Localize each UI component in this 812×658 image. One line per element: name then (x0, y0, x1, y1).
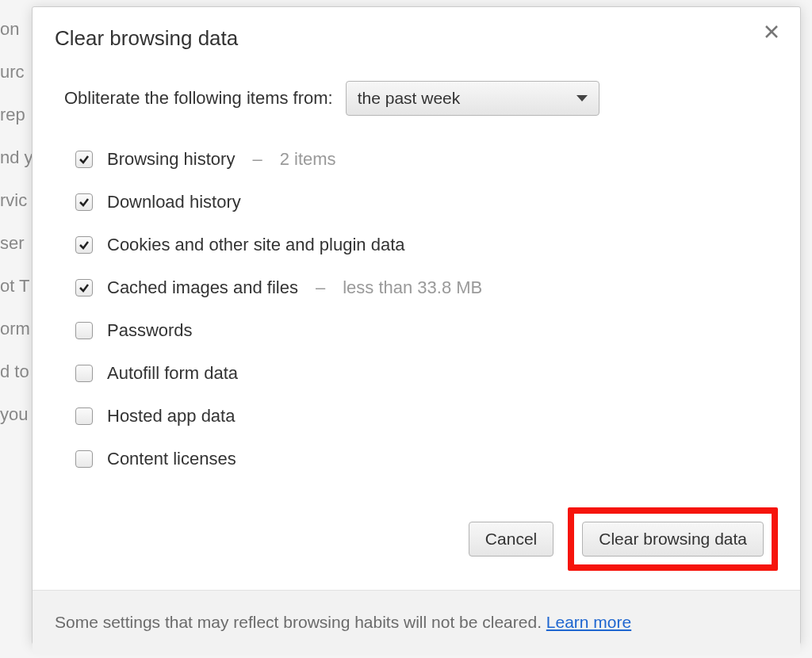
checkbox[interactable] (75, 450, 93, 468)
separator: – (312, 277, 328, 298)
dialog-body: Obliterate the following items from: the… (33, 51, 800, 488)
data-type-row: Cached images and files–less than 33.8 M… (75, 266, 778, 309)
data-type-label: Cached images and files (107, 277, 298, 298)
data-type-row: Content licenses (75, 438, 778, 480)
data-type-label: Browsing history (107, 149, 235, 170)
dialog-header: Clear browsing data (33, 7, 800, 51)
data-type-list: Browsing history–2 itemsDownload history… (75, 138, 778, 480)
data-type-row: Cookies and other site and plugin data (75, 224, 778, 266)
data-type-label: Autofill form data (107, 363, 238, 384)
clear-browsing-data-dialog: Clear browsing data Obliterate the follo… (32, 6, 801, 645)
footer-note: Some settings that may reflect browsing … (55, 613, 546, 631)
dialog-title: Clear browsing data (55, 26, 778, 51)
checkbox[interactable] (75, 365, 93, 382)
time-range-row: Obliterate the following items from: the… (64, 81, 778, 116)
data-type-detail: less than 33.8 MB (343, 277, 482, 298)
data-type-row: Passwords (75, 309, 778, 352)
time-range-dropdown[interactable]: the past week (346, 81, 599, 116)
background-partial-text: onurcrepnd yrvicserot Tormd toyou (0, 0, 33, 436)
separator: – (249, 149, 265, 170)
checkbox[interactable] (75, 193, 93, 211)
data-type-label: Hosted app data (107, 406, 235, 427)
data-type-row: Browsing history–2 items (75, 138, 778, 181)
data-type-detail: 2 items (280, 149, 336, 170)
data-type-row: Download history (75, 181, 778, 224)
data-type-label: Download history (107, 192, 241, 212)
learn-more-link[interactable]: Learn more (546, 613, 631, 631)
cancel-button[interactable]: Cancel (469, 522, 553, 557)
data-type-label: Cookies and other site and plugin data (107, 235, 404, 255)
data-type-row: Hosted app data (75, 395, 778, 438)
data-type-label: Passwords (107, 320, 193, 341)
time-range-value: the past week (358, 89, 461, 108)
checkbox[interactable] (75, 236, 93, 254)
data-type-label: Content licenses (107, 449, 236, 469)
checkbox[interactable] (75, 151, 93, 168)
dialog-footer: Some settings that may reflect browsing … (33, 590, 800, 654)
checkbox[interactable] (75, 279, 93, 296)
chevron-down-icon (576, 95, 588, 101)
checkbox[interactable] (75, 322, 93, 339)
dialog-actions: Cancel Clear browsing data (33, 488, 800, 590)
close-icon[interactable] (760, 21, 783, 44)
checkbox[interactable] (75, 407, 93, 425)
highlight-annotation: Clear browsing data (568, 507, 778, 571)
clear-browsing-data-button[interactable]: Clear browsing data (582, 522, 764, 557)
time-range-label: Obliterate the following items from: (64, 88, 333, 109)
data-type-row: Autofill form data (75, 352, 778, 395)
